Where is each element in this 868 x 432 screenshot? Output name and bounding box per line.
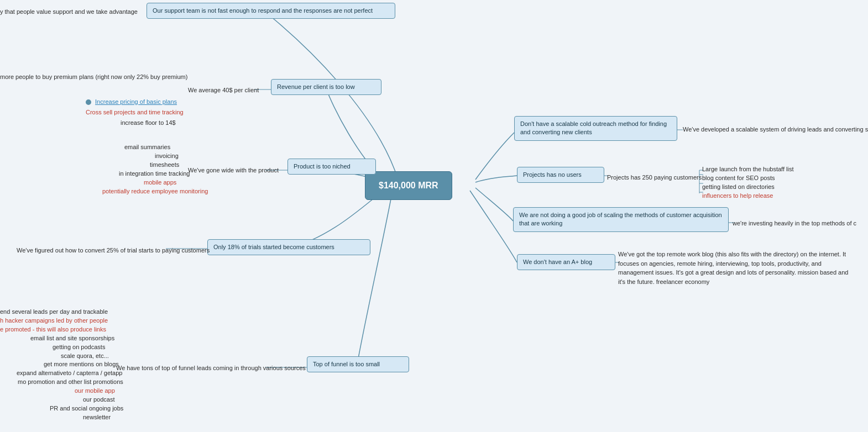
timesheets-node: timesheets [150, 161, 179, 168]
newsletter-text: newsletter [83, 414, 111, 420]
top-funnel-context-text: We have tons of top of funnel leads comi… [116, 365, 306, 371]
product-niched-node: Product is too niched [287, 159, 376, 175]
projects-box: Projects has no users [517, 167, 604, 183]
revenue-low-text: Revenue per client is too low [277, 83, 355, 90]
hacker-campaigns-node: h hacker campaigns led by other people [0, 317, 108, 324]
pr-jobs-text: PR and social ongoing jobs [50, 405, 123, 412]
promo-list-node: mo promotion and other list promotions [18, 378, 123, 385]
hacker-campaigns-text: h hacker campaigns led by other people [0, 317, 108, 324]
expand-alternative-text: expand alternativeto / capterra / getapp [17, 370, 122, 376]
no-blog-box: We don't have an A+ blog [517, 254, 615, 270]
support-box: Our support team is not fast enough to r… [147, 3, 395, 19]
support-text: Our support team is not fast enough to r… [153, 7, 373, 14]
support-context-text: y that people value support and we take … [0, 8, 138, 15]
cross-sell-text: Cross sell projects and time tracking [86, 109, 184, 115]
filled-dot-icon [86, 99, 91, 105]
directories-text: getting listed on directories [702, 183, 775, 190]
invoicing-node: invoicing [155, 152, 179, 159]
mobile-app2-text: our mobile app [75, 387, 115, 394]
increase-floor-text: increase floor to 14$ [121, 119, 176, 126]
product-niched-box: Product is too niched [287, 159, 376, 175]
support-node: Our support team is not fast enough to r… [147, 3, 395, 19]
not-scaling-text: We are not doing a good job of scaling t… [519, 212, 722, 226]
revenue-low-node: Revenue per client is too low [271, 79, 381, 95]
email-list-node: email list and site sponsorships [30, 335, 114, 341]
our-podcast-text: our podcast [83, 396, 114, 403]
large-launch-text: Large launch from the hubstaff list [702, 166, 794, 172]
increase-floor-node: increase floor to 14$ [121, 119, 176, 126]
influencers-node: influencers to help release [702, 192, 773, 199]
trials-context-node: We've figured out how to convert 25% of … [17, 247, 210, 254]
blog-seo-text: blog content for SEO posts [702, 175, 775, 181]
cold-outreach-box: Don't have a scalable cold outreach meth… [514, 116, 677, 141]
cross-sell-node: Cross sell projects and time tracking [86, 109, 184, 115]
email-summaries-node: email summaries [124, 144, 170, 150]
top-funnel-box: Top of funnel is too small [307, 356, 409, 372]
email-summaries-text: email summaries [124, 144, 170, 150]
trials-text: Only 18% of trials started become custom… [213, 244, 334, 250]
top-funnel-node: Top of funnel is too small [307, 356, 409, 372]
trials-box: Only 18% of trials started become custom… [207, 239, 370, 255]
send-leads-text: end several leads per day and trackable [0, 308, 108, 315]
newsletter-node: newsletter [83, 414, 111, 420]
email-list-text: email list and site sponsorships [30, 335, 114, 341]
cold-outreach-node: Don't have a scalable cold outreach meth… [514, 116, 677, 141]
product-niched-text: Product is too niched [294, 163, 351, 170]
podcasts-text: getting on podcasts [53, 344, 105, 350]
mentions-blogs-text: get more mentions on blogs [44, 361, 119, 367]
center-label: $140,000 MRR [365, 171, 452, 200]
promoted-text: e promoted - this will also produce link… [0, 326, 106, 333]
cold-outreach-context-node: We've developed a scalable system of dri… [683, 126, 868, 133]
avg-client-node: We average 40$ per client [188, 87, 259, 93]
support-context-node: y that people value support and we take … [0, 8, 138, 15]
pr-jobs-node: PR and social ongoing jobs [50, 405, 123, 412]
projects-node: Projects has no users [517, 167, 604, 183]
projects-text: Projects has no users [523, 171, 582, 178]
directories-node: getting listed on directories [702, 183, 775, 190]
not-scaling-box: We are not doing a good job of scaling t… [513, 207, 729, 232]
blog-context-node: We've got the top remote work blog (this… [618, 250, 856, 286]
podcasts-node: getting on podcasts [53, 344, 105, 350]
top-funnel-context-node: We have tons of top of funnel leads comi… [116, 365, 306, 371]
influencers-text: influencers to help release [702, 192, 773, 199]
promo-list-text: mo promotion and other list promotions [18, 378, 123, 385]
not-scaling-context-node: we're investing heavily in the top metho… [733, 220, 856, 226]
more-premium-node: more people to buy premium plans (right … [0, 73, 187, 80]
send-leads-node: end several leads per day and trackable [0, 308, 108, 315]
not-scaling-context-text: we're investing heavily in the top metho… [733, 220, 856, 226]
no-blog-node: We don't have an A+ blog [517, 254, 615, 270]
increase-pricing-text: Increase pricing of basic plans [95, 98, 177, 105]
not-scaling-node: We are not doing a good job of scaling t… [513, 207, 729, 232]
blog-context-text: We've got the top remote work blog (this… [618, 250, 856, 286]
blog-seo-node: blog content for SEO posts [702, 175, 775, 181]
our-podcast-node: our podcast [83, 396, 114, 403]
invoicing-text: invoicing [155, 152, 179, 159]
mobile-app2-node: our mobile app [75, 387, 115, 394]
projects-250-node: Projects has 250 paying customers [607, 174, 702, 181]
mentions-blogs-node: get more mentions on blogs [44, 361, 119, 367]
large-launch-node: Large launch from the hubstaff list [702, 166, 794, 172]
cold-outreach-text: Don't have a scalable cold outreach meth… [520, 120, 667, 135]
avg-client-text: We average 40$ per client [188, 87, 259, 93]
scale-quora-node: scale quora, etc... [61, 352, 109, 359]
scale-quora-text: scale quora, etc... [61, 352, 109, 359]
promoted-node: e promoted - this will also produce link… [0, 326, 106, 333]
revenue-low-box: Revenue per client is too low [271, 79, 381, 95]
reduce-monitoring-node: potentially reduce employee monitoring [102, 188, 208, 194]
gone-wide-text: We've gone wide with the product [188, 167, 279, 173]
more-premium-text: more people to buy premium plans (right … [0, 73, 187, 80]
timesheets-text: timesheets [150, 161, 179, 168]
mobile-apps-text: mobile apps [144, 179, 176, 186]
reduce-monitoring-text: potentially reduce employee monitoring [102, 188, 208, 194]
trials-context-text: We've figured out how to convert 25% of … [17, 247, 210, 254]
mobile-apps-node: mobile apps [144, 179, 176, 186]
increase-pricing-node: Increase pricing of basic plans [86, 98, 177, 105]
gone-wide-node: We've gone wide with the product [188, 167, 279, 173]
no-blog-text: We don't have an A+ blog [523, 259, 592, 265]
top-funnel-text: Top of funnel is too small [313, 361, 380, 367]
integration-time-node: in integration time tracking [119, 170, 190, 177]
expand-alternative-node: expand alternativeto / capterra / getapp [17, 370, 122, 376]
center-node: $140,000 MRR [365, 171, 452, 200]
integration-time-text: in integration time tracking [119, 170, 190, 177]
trials-node: Only 18% of trials started become custom… [207, 239, 370, 255]
